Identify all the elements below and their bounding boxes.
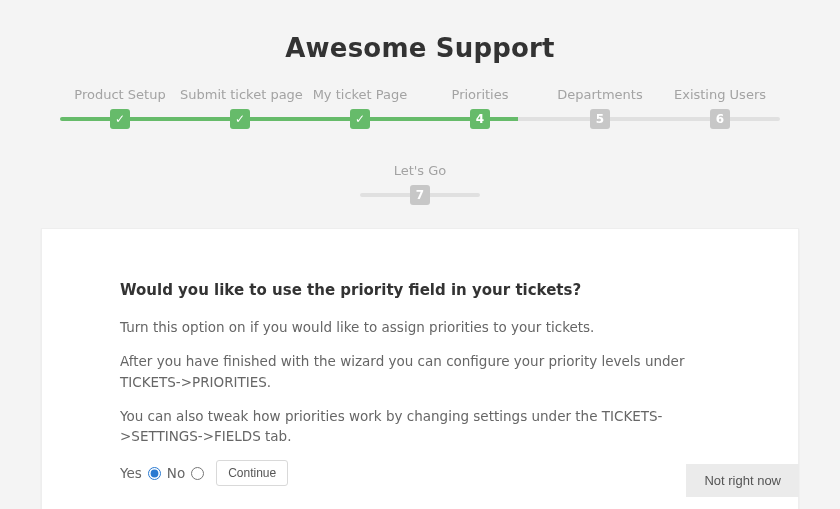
card-heading: Would you like to use the priority field… bbox=[120, 281, 720, 299]
card-paragraph: After you have finished with the wizard … bbox=[120, 351, 720, 392]
step-node-pending: 7 bbox=[410, 185, 430, 205]
step-label: Departments bbox=[540, 87, 660, 102]
wizard-stepper: Product Setup Submit ticket page My tick… bbox=[0, 87, 840, 219]
step-node-done[interactable]: ✓ bbox=[110, 109, 130, 129]
stepper-row-2: Let's Go 7 bbox=[360, 163, 480, 219]
step-bar-segment bbox=[518, 117, 583, 121]
priority-yes-radio[interactable] bbox=[148, 467, 161, 480]
step-node-pending: 5 bbox=[590, 109, 610, 129]
wizard-card: Would you like to use the priority field… bbox=[41, 228, 799, 509]
continue-button[interactable]: Continue bbox=[216, 460, 288, 486]
step-node-current[interactable]: 4 bbox=[470, 109, 490, 129]
step-label: My ticket Page bbox=[300, 87, 420, 102]
page-title: Awesome Support bbox=[0, 0, 840, 63]
skip-button[interactable]: Not right now bbox=[686, 464, 799, 497]
yes-label: Yes bbox=[120, 465, 142, 481]
no-label: No bbox=[167, 465, 185, 481]
step-bar-segment bbox=[387, 117, 452, 121]
card-paragraph: Turn this option on if you would like to… bbox=[120, 317, 720, 337]
step-label: Let's Go bbox=[360, 163, 480, 178]
priority-no-radio[interactable] bbox=[191, 467, 204, 480]
step-bar-segment bbox=[256, 117, 321, 121]
step-label: Existing Users bbox=[660, 87, 780, 102]
card-paragraph: You can also tweak how priorities work b… bbox=[120, 406, 720, 447]
step-bar-segment bbox=[125, 117, 190, 121]
step-node-done[interactable]: ✓ bbox=[230, 109, 250, 129]
step-node-pending: 6 bbox=[710, 109, 730, 129]
step-bar-segment bbox=[649, 117, 714, 121]
step-label: Submit ticket page bbox=[180, 87, 300, 102]
stepper-row-1: Product Setup Submit ticket page My tick… bbox=[60, 87, 780, 143]
step-label: Product Setup bbox=[60, 87, 180, 102]
step-node-done[interactable]: ✓ bbox=[350, 109, 370, 129]
step-label: Priorities bbox=[420, 87, 540, 102]
priority-choice-row: Yes No Continue bbox=[120, 460, 720, 486]
